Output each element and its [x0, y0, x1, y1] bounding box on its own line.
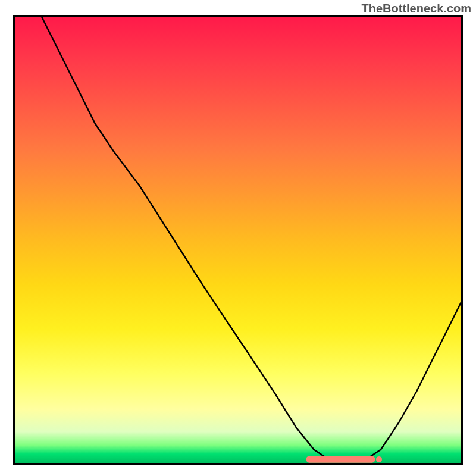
watermark-text: TheBottleneck.com: [362, 2, 471, 15]
bottleneck-curve-line: [42, 17, 461, 461]
optimal-range-marker: [309, 456, 382, 462]
chart-svg: [15, 17, 461, 463]
svg-point-1: [376, 456, 382, 462]
chart-plot-area: [13, 15, 463, 465]
